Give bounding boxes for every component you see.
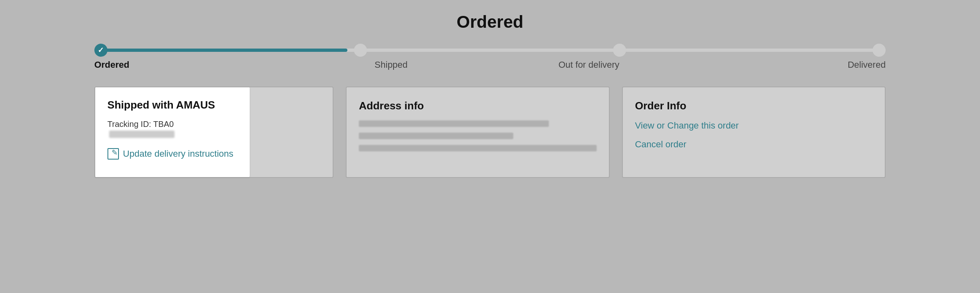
shipping-card-title: Shipped with AMAUS [107, 99, 237, 111]
address-line-2 [359, 133, 513, 139]
steps-dots: ✓ [94, 44, 886, 57]
step-dot-out-for-delivery [613, 44, 626, 57]
cancel-order-link[interactable]: Cancel order [635, 139, 873, 150]
shipping-card: Shipped with AMAUS Tracking ID: TBA0 Upd… [94, 87, 333, 178]
steps-labels: Ordered Shipped Out for delivery Deliver… [94, 60, 886, 70]
order-info-card: Order Info View or Change this order Can… [622, 87, 886, 178]
step-label-ordered: Ordered [94, 60, 292, 70]
address-line-1 [359, 120, 549, 127]
address-line-3 [359, 145, 596, 151]
step-dot-ordered: ✓ [94, 44, 107, 57]
tracking-blurred [109, 131, 175, 138]
step-dot-delivered [873, 44, 886, 57]
cards-row: Shipped with AMAUS Tracking ID: TBA0 Upd… [94, 87, 886, 178]
address-card-title: Address info [359, 100, 596, 112]
page-container: Ordered ✓ Ordered Shipped Out for delive… [0, 0, 980, 293]
page-title: Ordered [456, 12, 523, 32]
tracking-id: Tracking ID: TBA0 [107, 120, 237, 138]
order-info-card-title: Order Info [635, 100, 873, 112]
update-delivery-instructions-link[interactable]: Update delivery instructions [107, 148, 237, 160]
step-label-delivered: Delivered [688, 60, 886, 70]
progress-tracker: ✓ Ordered Shipped Out for delivery Deliv… [94, 44, 886, 70]
check-icon: ✓ [98, 46, 104, 55]
step-dot-shipped [354, 44, 367, 57]
step-label-out-for-delivery: Out for delivery [490, 60, 688, 70]
view-or-change-order-link[interactable]: View or Change this order [635, 120, 873, 131]
shipping-inner-panel: Shipped with AMAUS Tracking ID: TBA0 Upd… [95, 87, 250, 177]
edit-icon [107, 148, 119, 160]
progress-bar-row: ✓ [94, 44, 886, 56]
update-delivery-instructions-label: Update delivery instructions [123, 149, 233, 159]
step-label-shipped: Shipped [292, 60, 490, 70]
address-card: Address info [346, 87, 609, 178]
